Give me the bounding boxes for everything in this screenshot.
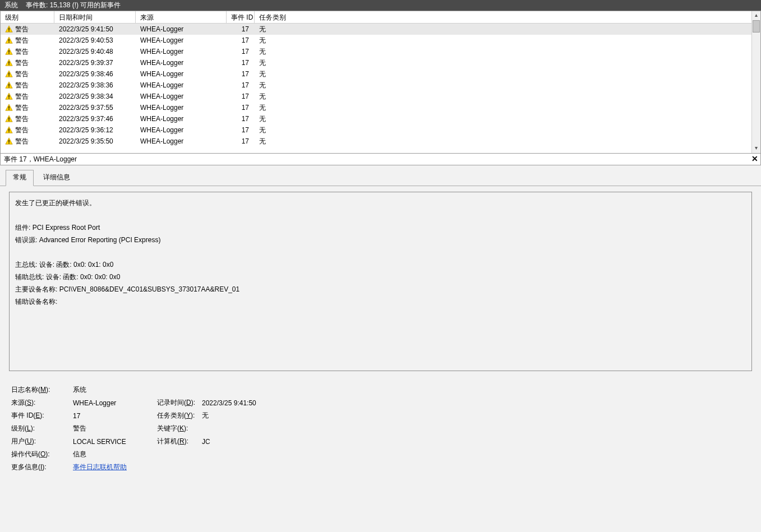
- warning-icon: [5, 81, 13, 89]
- cell-eventid: 17: [227, 104, 255, 112]
- svg-rect-18: [8, 128, 9, 131]
- cell-category: 无: [255, 58, 288, 68]
- cell-datetime: 2022/3/25 9:37:46: [54, 115, 136, 123]
- svg-rect-21: [8, 143, 9, 144]
- cell-datetime: 2022/3/25 9:35:50: [54, 137, 136, 145]
- desc-line: 组件: PCI Express Root Port: [15, 221, 746, 234]
- cell-category: 无: [255, 126, 288, 135]
- prop-logname-label: 日志名称(M):: [11, 385, 73, 395]
- detail-title-text: 事件 17，WHEA-Logger: [4, 155, 77, 164]
- cell-source: WHEA-Logger: [136, 104, 227, 112]
- svg-rect-5: [8, 53, 9, 54]
- cell-source: WHEA-Logger: [136, 59, 227, 67]
- table-row[interactable]: 警告2022/3/25 9:36:12WHEA-Logger17无: [1, 124, 751, 136]
- event-log-online-help-link[interactable]: 事件日志联机帮助: [73, 463, 127, 471]
- properties: 日志名称(M): 系统 来源(S): WHEA-Logger 记录时间(D): …: [11, 383, 750, 474]
- cell-eventid: 17: [227, 48, 255, 55]
- prop-opcode-label: 操作代码(O):: [11, 450, 73, 459]
- cell-eventid: 17: [227, 81, 255, 89]
- warning-icon: [5, 48, 13, 55]
- cell-source: WHEA-Logger: [136, 81, 227, 89]
- cell-category: 无: [255, 137, 288, 146]
- cell-datetime: 2022/3/25 9:37:55: [54, 104, 136, 112]
- cell-level: 警告: [15, 81, 29, 90]
- tab-general[interactable]: 常规: [6, 170, 34, 186]
- grid-body: 警告2022/3/25 9:41:50WHEA-Logger17无警告2022/…: [1, 24, 751, 153]
- prop-eventid-value: 17: [73, 412, 157, 420]
- table-row[interactable]: 警告2022/3/25 9:38:36WHEA-Logger17无: [1, 80, 751, 91]
- warning-icon: [5, 25, 13, 33]
- scroll-down-icon[interactable]: ▾: [752, 144, 760, 153]
- prop-user-value: LOCAL SERVICE: [73, 438, 157, 446]
- table-row[interactable]: 警告2022/3/25 9:35:50WHEA-Logger17无: [1, 136, 751, 147]
- desc-line: 主要设备名称: PCI\VEN_8086&DEV_4C01&SUBSYS_373…: [15, 283, 746, 295]
- svg-rect-7: [8, 64, 9, 65]
- tab-details[interactable]: 详细信息: [36, 170, 77, 186]
- cell-datetime: 2022/3/25 9:40:48: [54, 48, 136, 55]
- prop-taskcat-label: 任务类别(Y):: [157, 411, 202, 420]
- cell-source: WHEA-Logger: [136, 137, 227, 145]
- cell-source: WHEA-Logger: [136, 25, 227, 33]
- cell-eventid: 17: [227, 92, 255, 100]
- svg-rect-6: [8, 61, 9, 63]
- cell-source: WHEA-Logger: [136, 70, 227, 78]
- table-row[interactable]: 警告2022/3/25 9:38:34WHEA-Logger17无: [1, 91, 751, 102]
- col-source[interactable]: 来源: [136, 11, 227, 23]
- prop-keywords-label: 关键字(K):: [157, 424, 202, 433]
- detail-title-bar: 事件 17，WHEA-Logger ✕: [0, 154, 761, 165]
- svg-rect-3: [8, 42, 9, 43]
- scrollbar-vertical[interactable]: ▴ ▾: [751, 11, 760, 153]
- col-datetime[interactable]: 日期和时间: [54, 11, 136, 23]
- svg-rect-11: [8, 87, 9, 87]
- prop-moreinfo-label: 更多信息(I):: [11, 462, 73, 472]
- cell-level: 警告: [15, 58, 29, 68]
- svg-rect-10: [8, 84, 9, 86]
- svg-rect-2: [8, 39, 9, 41]
- cell-eventid: 17: [227, 115, 255, 123]
- prop-computer-value: JC: [202, 438, 210, 446]
- scroll-thumb[interactable]: [753, 20, 760, 33]
- table-row[interactable]: 警告2022/3/25 9:40:48WHEA-Logger17无: [1, 46, 751, 57]
- cell-datetime: 2022/3/25 9:39:37: [54, 59, 136, 67]
- cell-source: WHEA-Logger: [136, 126, 227, 134]
- prop-source-label: 来源(S):: [11, 398, 73, 408]
- desc-line: 辅助设备名称:: [15, 295, 746, 308]
- col-level[interactable]: 级别: [1, 11, 54, 23]
- table-row[interactable]: 警告2022/3/25 9:37:55WHEA-Logger17无: [1, 102, 751, 113]
- table-row[interactable]: 警告2022/3/25 9:38:46WHEA-Logger17无: [1, 68, 751, 80]
- cell-category: 无: [255, 103, 288, 113]
- col-eventid[interactable]: 事件 ID: [227, 11, 255, 23]
- event-grid: 级别 日期和时间 来源 事件 ID 任务类别 警告2022/3/25 9:41:…: [0, 11, 761, 154]
- table-row[interactable]: 警告2022/3/25 9:40:53WHEA-Logger17无: [1, 35, 751, 46]
- prop-logged-label: 记录时间(D):: [157, 398, 202, 408]
- desc-line: 发生了已更正的硬件错误。: [15, 197, 746, 209]
- cell-level: 警告: [15, 47, 29, 57]
- close-icon[interactable]: ✕: [751, 154, 758, 163]
- prop-logname-value: 系统: [73, 385, 157, 395]
- detail-pane: 事件 17，WHEA-Logger ✕ 常规 详细信息 发生了已更正的硬件错误。…: [0, 154, 761, 532]
- table-row[interactable]: 警告2022/3/25 9:39:37WHEA-Logger17无: [1, 57, 751, 68]
- cell-eventid: 17: [227, 59, 255, 67]
- description-box: 发生了已更正的硬件错误。 组件: PCI Express Root Port 错…: [9, 192, 752, 371]
- desc-blank: [15, 209, 746, 221]
- warning-icon: [5, 36, 13, 44]
- svg-rect-13: [8, 98, 9, 99]
- prop-taskcat-value: 无: [202, 411, 209, 420]
- cell-source: WHEA-Logger: [136, 48, 227, 55]
- cell-source: WHEA-Logger: [136, 36, 227, 44]
- cell-datetime: 2022/3/25 9:38:34: [54, 92, 136, 100]
- svg-rect-15: [8, 109, 9, 110]
- svg-rect-17: [8, 121, 9, 121]
- cell-datetime: 2022/3/25 9:40:53: [54, 36, 136, 44]
- svg-rect-16: [8, 117, 9, 119]
- scroll-up-icon[interactable]: ▴: [752, 11, 760, 20]
- desc-blank: [15, 246, 746, 258]
- cell-eventid: 17: [227, 137, 255, 145]
- cell-category: 无: [255, 70, 288, 79]
- table-row[interactable]: 警告2022/3/25 9:41:50WHEA-Logger17无: [1, 24, 751, 35]
- cell-category: 无: [255, 25, 288, 34]
- desc-line: 辅助总线: 设备: 函数: 0x0: 0x0: 0x0: [15, 271, 746, 283]
- col-category[interactable]: 任务类别: [255, 11, 288, 23]
- cell-level: 警告: [15, 36, 29, 45]
- table-row[interactable]: 警告2022/3/25 9:37:46WHEA-Logger17无: [1, 113, 751, 124]
